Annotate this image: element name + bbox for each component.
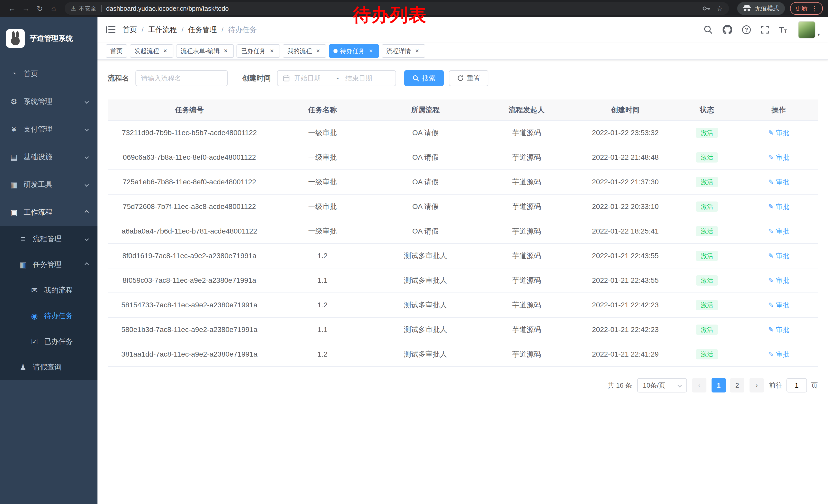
sidebar-item-todo-task[interactable]: ◉ 待办任务 bbox=[0, 303, 97, 329]
prev-page-button[interactable]: ‹ bbox=[692, 378, 706, 393]
approve-link[interactable]: ✎审批 bbox=[768, 350, 789, 359]
breadcrumb-item: 待办任务 bbox=[228, 25, 257, 35]
status-badge: 激活 bbox=[696, 300, 718, 310]
goto-page-input[interactable] bbox=[786, 378, 807, 393]
cell-action: ✎审批 bbox=[740, 268, 818, 293]
chevron-icon bbox=[85, 210, 89, 215]
process-name-input[interactable] bbox=[141, 74, 222, 82]
column-header: 任务编号 bbox=[108, 99, 271, 121]
total-count: 共 16 条 bbox=[608, 381, 632, 390]
hamburger-icon[interactable] bbox=[106, 26, 115, 34]
update-button[interactable]: 更新 ⋮ bbox=[790, 2, 823, 15]
tab-流程表单-编辑[interactable]: 流程表单-编辑 × bbox=[176, 44, 234, 58]
forward-icon[interactable]: → bbox=[19, 2, 33, 15]
back-icon[interactable]: ← bbox=[5, 2, 19, 15]
approve-link[interactable]: ✎审批 bbox=[768, 202, 789, 211]
avatar[interactable] bbox=[798, 21, 816, 39]
key-icon[interactable] bbox=[702, 4, 710, 12]
font-size-icon[interactable]: TT bbox=[779, 26, 787, 34]
logo-row[interactable]: 芋道管理系统 bbox=[0, 17, 97, 60]
tab-我的流程[interactable]: 我的流程 × bbox=[283, 44, 326, 58]
tab-发起流程[interactable]: 发起流程 × bbox=[130, 44, 173, 58]
create-time-label: 创建时间 bbox=[242, 73, 271, 83]
close-icon[interactable]: × bbox=[268, 47, 276, 55]
sidebar-item-system-mgmt[interactable]: ⚙ 系统管理 bbox=[0, 88, 97, 116]
cell-task-name: 1.2 bbox=[271, 293, 374, 317]
sidebar-item-task-mgmt[interactable]: ▥ 任务管理 bbox=[0, 252, 97, 277]
close-icon[interactable]: × bbox=[315, 47, 322, 55]
breadcrumb-item[interactable]: 首页 bbox=[123, 25, 137, 35]
cell-initiator: 芋道源码 bbox=[477, 170, 576, 194]
cell-task-name: 一级审批 bbox=[271, 170, 374, 194]
approve-link[interactable]: ✎审批 bbox=[768, 178, 789, 187]
annotation-overlay: 待办列表 bbox=[353, 6, 427, 25]
todo-task-table: 任务编号任务名称所属流程流程发起人创建时间状态操作 73211d9d-7b9b-… bbox=[108, 99, 818, 367]
table-row: 725a1eb6-7b88-11ec-8ef0-acde48001122 一级审… bbox=[108, 170, 818, 194]
chevron-icon bbox=[85, 155, 89, 159]
start-date-placeholder[interactable]: 开始日期 bbox=[294, 74, 330, 83]
fullscreen-icon[interactable] bbox=[760, 26, 769, 34]
cell-created: 2022-01-21 22:42:23 bbox=[576, 293, 674, 317]
cell-task-id: 8f0d1619-7ac8-11ec-a9e2-a2380e71991a bbox=[108, 243, 271, 268]
approve-link[interactable]: ✎审批 bbox=[768, 227, 789, 236]
tab-已办任务[interactable]: 已办任务 × bbox=[237, 44, 280, 58]
sidebar-item-dev-tools[interactable]: ▦ 研发工具 bbox=[0, 171, 97, 198]
approve-link[interactable]: ✎审批 bbox=[768, 153, 789, 162]
breadcrumb-item[interactable]: 工作流程 bbox=[148, 25, 177, 35]
sidebar-item-leave-query[interactable]: ♟ 请假查询 bbox=[0, 354, 97, 380]
help-icon[interactable]: ? bbox=[742, 26, 751, 34]
sidebar-menu: ◔ 首页 ⚙ 系统管理 ¥ 支付管理 ▤ 基础设施 ▦ 研发工具 ▣ 工作流程 … bbox=[0, 60, 97, 380]
browser-menu-icon[interactable]: ⋮ bbox=[811, 5, 818, 12]
approve-link[interactable]: ✎审批 bbox=[768, 276, 789, 285]
sidebar-item-payment-mgmt[interactable]: ¥ 支付管理 bbox=[0, 116, 97, 143]
sidebar-item-workflow[interactable]: ▣ 工作流程 bbox=[0, 198, 97, 226]
column-header: 任务名称 bbox=[271, 99, 374, 121]
table-header-row: 任务编号任务名称所属流程流程发起人创建时间状态操作 bbox=[108, 99, 818, 121]
sidebar-item-infrastructure[interactable]: ▤ 基础设施 bbox=[0, 143, 97, 171]
close-icon[interactable]: × bbox=[367, 47, 374, 55]
status-badge: 激活 bbox=[696, 201, 718, 212]
home-icon[interactable]: ⌂ bbox=[47, 2, 60, 15]
approve-link[interactable]: ✎审批 bbox=[768, 301, 789, 310]
sidebar-item-my-process[interactable]: ✉ 我的流程 bbox=[0, 277, 97, 303]
reload-icon[interactable]: ↻ bbox=[33, 2, 47, 15]
page-unit-label: 页 bbox=[811, 381, 818, 390]
tab-流程详情[interactable]: 流程详情 × bbox=[382, 44, 425, 58]
cell-initiator: 芋道源码 bbox=[477, 268, 576, 293]
search-icon[interactable] bbox=[704, 25, 713, 34]
sidebar-item-home[interactable]: ◔ 首页 bbox=[0, 60, 97, 88]
tab-首页[interactable]: 首页 bbox=[106, 44, 127, 58]
bookmark-star-icon[interactable]: ☆ bbox=[716, 4, 723, 13]
close-icon[interactable]: × bbox=[413, 47, 421, 55]
next-page-button[interactable]: › bbox=[749, 378, 764, 393]
column-header: 所属流程 bbox=[374, 99, 477, 121]
search-button-icon bbox=[412, 75, 419, 82]
page-button-1[interactable]: 1 bbox=[711, 378, 726, 393]
security-chip[interactable]: ⚠ 不安全 bbox=[71, 5, 96, 12]
table-row: 580e1b3d-7ac8-11ec-a9e2-a2380e71991a 1.1… bbox=[108, 317, 818, 342]
end-date-placeholder[interactable]: 结束日期 bbox=[345, 74, 381, 83]
approve-link[interactable]: ✎审批 bbox=[768, 129, 789, 137]
sidebar-item-process-mgmt[interactable]: ≡ 流程管理 bbox=[0, 226, 97, 252]
search-button[interactable]: 搜索 bbox=[404, 70, 444, 86]
cell-initiator: 芋道源码 bbox=[477, 317, 576, 342]
approve-link[interactable]: ✎审批 bbox=[768, 325, 789, 334]
sidebar-item-done-task[interactable]: ☑ 已办任务 bbox=[0, 329, 97, 354]
breadcrumb: 首页/工作流程/任务管理/待办任务 bbox=[123, 25, 257, 35]
date-range-picker[interactable]: 开始日期 - 结束日期 bbox=[277, 70, 396, 86]
cell-action: ✎审批 bbox=[740, 293, 818, 317]
cell-action: ✎审批 bbox=[740, 121, 818, 145]
status-badge: 激活 bbox=[696, 251, 718, 261]
close-icon[interactable]: × bbox=[162, 47, 169, 55]
tab-待办任务[interactable]: 待办任务 × bbox=[329, 44, 379, 58]
user-menu[interactable]: ▾ bbox=[798, 21, 820, 39]
github-icon[interactable] bbox=[722, 25, 732, 35]
close-icon[interactable]: × bbox=[222, 47, 229, 55]
page-button-2[interactable]: 2 bbox=[730, 378, 744, 393]
approve-link[interactable]: ✎审批 bbox=[768, 251, 789, 261]
page-size-select[interactable]: 10条/页 bbox=[637, 378, 687, 393]
update-label: 更新 bbox=[795, 4, 808, 12]
incognito-icon bbox=[743, 5, 751, 12]
breadcrumb-item[interactable]: 任务管理 bbox=[188, 25, 217, 35]
reset-button[interactable]: 重置 bbox=[449, 70, 488, 86]
